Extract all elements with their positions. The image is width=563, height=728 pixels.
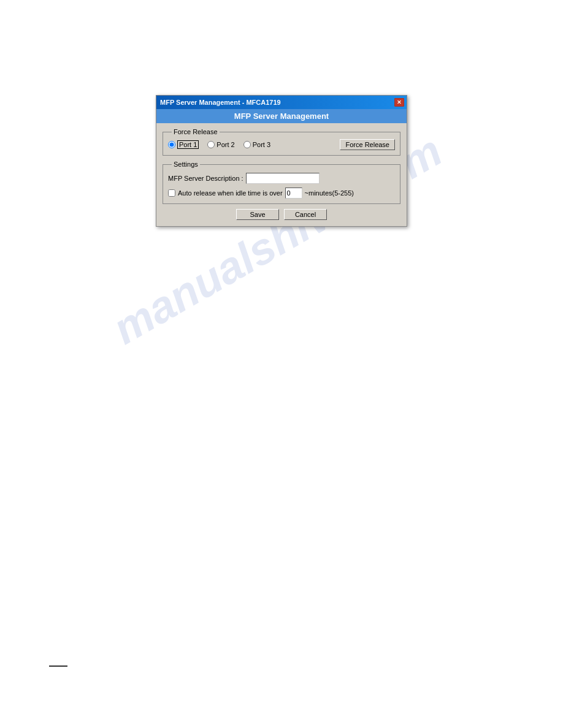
- force-release-group: Force Release Port 1 Port 2: [163, 128, 400, 156]
- radio-port1-item: Port 1: [168, 140, 199, 149]
- dialog-header: MFP Server Management: [156, 109, 407, 123]
- close-button[interactable]: [394, 98, 404, 107]
- idle-time-input[interactable]: [285, 188, 302, 199]
- settings-group: Settings MFP Server Description : Auto r…: [163, 161, 400, 204]
- auto-release-row: Auto release when idle time is over ~min…: [168, 188, 395, 199]
- force-release-legend: Force Release: [172, 128, 220, 135]
- radio-port3[interactable]: [243, 141, 251, 148]
- dialog-window: MFP Server Management - MFCA1719 MFP Ser…: [156, 95, 407, 227]
- page-bottom-divider: [49, 665, 67, 667]
- save-button[interactable]: Save: [236, 209, 279, 220]
- auto-release-label: Auto release when idle time is over: [178, 189, 283, 197]
- auto-release-checkbox[interactable]: [168, 189, 175, 197]
- radio-port1[interactable]: [168, 141, 175, 148]
- radio-port1-label: Port 1: [177, 140, 199, 149]
- force-release-button[interactable]: Force Release: [340, 139, 395, 150]
- radio-port2[interactable]: [207, 141, 215, 148]
- settings-legend: Settings: [172, 161, 200, 168]
- radio-port3-label: Port 3: [253, 141, 270, 148]
- title-bar: MFP Server Management - MFCA1719: [156, 96, 407, 109]
- mfp-desc-row: MFP Server Description :: [168, 173, 395, 184]
- mfp-desc-label: MFP Server Description :: [168, 175, 243, 182]
- radio-port3-item: Port 3: [243, 141, 270, 148]
- radio-port2-item: Port 2: [207, 141, 234, 148]
- port-radio-group: Port 1 Port 2 Port 3: [168, 140, 340, 149]
- cancel-button[interactable]: Cancel: [284, 209, 327, 220]
- header-title: MFP Server Management: [234, 112, 329, 121]
- bottom-buttons: Save Cancel: [163, 209, 400, 220]
- radio-port2-label: Port 2: [216, 141, 234, 148]
- title-bar-title: MFP Server Management - MFCA1719: [160, 99, 394, 106]
- force-release-row: Port 1 Port 2 Port 3 Force Release: [168, 139, 395, 150]
- minutes-label: ~minutes(5-255): [305, 189, 354, 197]
- dialog-body: Force Release Port 1 Port 2: [156, 123, 407, 226]
- mfp-desc-input[interactable]: [246, 173, 320, 184]
